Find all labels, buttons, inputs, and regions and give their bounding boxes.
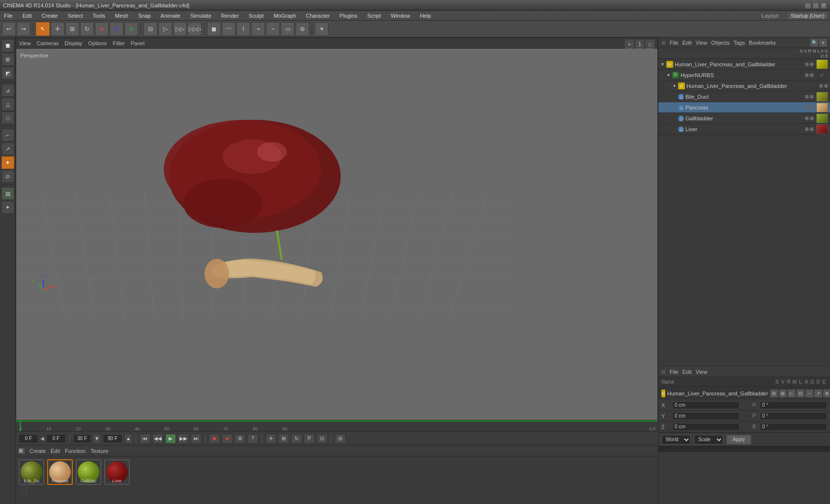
- layout-value[interactable]: Startup (User): [787, 12, 828, 20]
- record-btn[interactable]: ⏺: [209, 434, 220, 444]
- attr-obj-tool-5[interactable]: →: [805, 390, 813, 397]
- lt-tool-7[interactable]: ⌐: [1, 129, 14, 141]
- menu-file[interactable]: File: [2, 12, 15, 20]
- lt-tool-1[interactable]: 🔲: [1, 39, 14, 52]
- lt-tool-6[interactable]: ◇: [1, 112, 14, 124]
- menu-mesh[interactable]: Mesh: [113, 12, 130, 20]
- attr-obj-tool-3[interactable]: ▷: [788, 390, 796, 397]
- goto-end-btn[interactable]: ⏭: [191, 434, 202, 444]
- obj-root[interactable]: ▼ ⊞ Human_Liver_Pancreas_and_Gallbladder: [658, 59, 830, 70]
- attr-obj-tool-7[interactable]: ⊕: [823, 390, 830, 397]
- obj-subfolder[interactable]: ▼ ⊞ Human_Liver_Pancreas_and_Gallbladder: [658, 81, 830, 91]
- scale-tool-button[interactable]: ⊞: [65, 22, 79, 36]
- menu-window[interactable]: Window: [389, 12, 412, 20]
- anim-rotate-btn[interactable]: ↻: [291, 434, 302, 444]
- menu-render[interactable]: Render: [219, 12, 241, 20]
- menu-simulate[interactable]: Simulate: [188, 12, 213, 20]
- anim-scale-btn[interactable]: ⊞: [278, 434, 289, 444]
- env-button[interactable]: ~: [266, 22, 280, 36]
- fps-up-btn[interactable]: ▲: [124, 434, 132, 444]
- play-btn[interactable]: ▶: [165, 434, 176, 444]
- attr-obj-tool-2[interactable]: ⊞: [779, 390, 787, 397]
- minimize-button[interactable]: —: [804, 2, 811, 9]
- anim-pla-btn[interactable]: ⊡: [317, 434, 327, 444]
- viewport-menu-display[interactable]: Display: [64, 40, 82, 46]
- material-liver[interactable]: Liver: [104, 459, 130, 485]
- lt-tool-9[interactable]: ✦: [1, 156, 14, 169]
- attr-y-input[interactable]: [672, 412, 740, 420]
- deform-button[interactable]: ⌁: [251, 22, 265, 36]
- redo-button[interactable]: ↪: [17, 22, 30, 36]
- attr-h-input[interactable]: [760, 401, 827, 409]
- anim3-button[interactable]: ▷▷▷: [188, 22, 202, 36]
- attr-menu-file[interactable]: File: [670, 369, 679, 375]
- obj-gallbladder[interactable]: △ Gallbladder: [658, 113, 830, 124]
- menu-help[interactable]: Help: [418, 12, 433, 20]
- close-button[interactable]: ✕: [820, 2, 827, 9]
- attr-obj-tool-1[interactable]: ⊟: [770, 390, 778, 397]
- viewport-menu-cameras[interactable]: Cameras: [37, 40, 59, 46]
- apply-button[interactable]: Apply: [726, 435, 751, 445]
- menu-tools[interactable]: Tools: [90, 12, 107, 20]
- material-gallbladder[interactable]: Gallblac: [76, 459, 101, 485]
- menu-animate[interactable]: Animate: [159, 12, 182, 20]
- stop-btn[interactable]: ■: [222, 434, 233, 444]
- attr-obj-row[interactable]: ⊞ Human_Liver_Pancreas_and_Gallbladder ⊟…: [658, 387, 830, 400]
- menu-select[interactable]: Select: [66, 12, 85, 20]
- material-pancreas[interactable]: Pancrea: [47, 459, 73, 485]
- key-button[interactable]: ⊟: [144, 22, 157, 36]
- attr-b-input[interactable]: [760, 423, 827, 431]
- light-button[interactable]: ☀: [315, 22, 328, 36]
- nurbs-button[interactable]: ⌇: [237, 22, 250, 36]
- obj-bile-duct[interactable]: △ Bile_Duct: [658, 91, 830, 102]
- circle-y-button[interactable]: ⊗: [110, 22, 123, 36]
- vp-nav-3[interactable]: □: [646, 40, 654, 49]
- menu-script[interactable]: Script: [365, 12, 383, 20]
- obj-menu-view[interactable]: View: [696, 40, 708, 46]
- forward-btn[interactable]: ▶▶: [178, 434, 189, 444]
- obj-menu-objects[interactable]: Objects: [711, 40, 729, 46]
- lt-tool-12[interactable]: ✦: [1, 201, 14, 214]
- attr-obj-tool-4[interactable]: ⊡: [797, 390, 804, 397]
- obj-menu-file[interactable]: File: [670, 40, 679, 46]
- viewport-menu-view[interactable]: View: [19, 40, 31, 46]
- attr-z-input[interactable]: [672, 423, 740, 431]
- vp-nav-1[interactable]: +: [625, 40, 634, 49]
- circle-z-button[interactable]: ⊗: [124, 22, 138, 36]
- end-frame-input[interactable]: [103, 434, 122, 443]
- menu-plugins[interactable]: Plugins: [338, 12, 359, 20]
- vp-nav-2[interactable]: 1: [635, 40, 644, 49]
- timeline[interactable]: 0 10 20 30 40 50 60 70 80 90 0 F: [16, 420, 658, 431]
- anim-param-btn[interactable]: P: [304, 434, 315, 444]
- stereo-button[interactable]: ⊜: [296, 22, 309, 36]
- undo-button[interactable]: ↩: [2, 22, 16, 36]
- menu-character[interactable]: Character: [304, 12, 331, 20]
- circle-x-button[interactable]: ⊗: [95, 22, 109, 36]
- lt-tool-3[interactable]: ◩: [1, 67, 14, 80]
- menu-sculpt[interactable]: Sculpt: [247, 12, 266, 20]
- viewport-menu-panel[interactable]: Panel: [131, 40, 145, 46]
- maximize-button[interactable]: □: [812, 2, 819, 9]
- rotate-tool-button[interactable]: ↻: [80, 22, 94, 36]
- record-opts-btn[interactable]: ⚙: [235, 434, 245, 444]
- lt-tool-10[interactable]: ⊙: [1, 170, 14, 183]
- lt-tool-5[interactable]: △: [1, 98, 14, 111]
- attr-menu-edit[interactable]: Edit: [682, 369, 692, 375]
- menu-snap[interactable]: Snap: [136, 12, 153, 20]
- mat-menu-texture[interactable]: Texture: [90, 448, 108, 454]
- attr-p-input[interactable]: [760, 412, 827, 420]
- obj-filter-icon[interactable]: ≡: [819, 39, 827, 47]
- fps-down-btn[interactable]: ▼: [93, 434, 101, 444]
- attr-scale-select[interactable]: Scale Move Rotate: [694, 435, 723, 445]
- frame-current-input[interactable]: [19, 434, 38, 443]
- mat-menu-create[interactable]: Create: [30, 448, 46, 454]
- anim-button[interactable]: ▷: [158, 22, 172, 36]
- anim-key-btn[interactable]: ⊟: [335, 434, 346, 444]
- attr-menu-view[interactable]: View: [696, 369, 708, 375]
- lt-tool-11[interactable]: ▤: [1, 187, 14, 200]
- goto-start-btn[interactable]: ⏮: [140, 434, 150, 444]
- menu-create[interactable]: Create: [40, 12, 60, 20]
- obj-menu-tags[interactable]: Tags: [734, 40, 745, 46]
- attr-world-select[interactable]: World Object Parent: [661, 435, 691, 445]
- anim-move-btn[interactable]: ✛: [266, 434, 276, 444]
